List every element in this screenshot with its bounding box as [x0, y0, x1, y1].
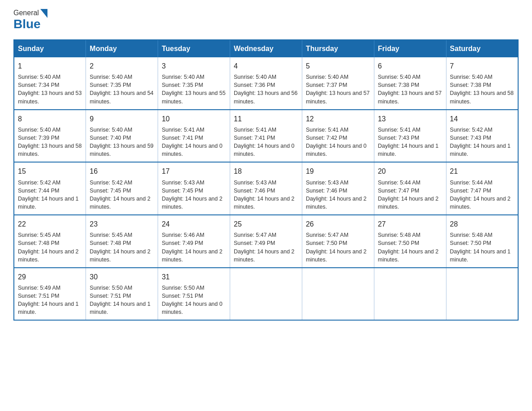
day-info: Sunrise: 5:40 AMSunset: 7:35 PMDaylight:…: [90, 73, 154, 106]
day-number: 8: [18, 114, 82, 124]
day-number: 31: [162, 272, 226, 282]
day-info: Sunrise: 5:43 AMSunset: 7:46 PMDaylight:…: [234, 179, 298, 211]
day-header-friday: Friday: [374, 40, 446, 57]
calendar-cell: 16Sunrise: 5:42 AMSunset: 7:45 PMDayligh…: [86, 162, 158, 215]
calendar-cell: [446, 268, 518, 321]
calendar-week-row: 22Sunrise: 5:45 AMSunset: 7:48 PMDayligh…: [14, 215, 518, 268]
calendar-cell: 26Sunrise: 5:47 AMSunset: 7:50 PMDayligh…: [302, 215, 374, 268]
calendar-body: 1Sunrise: 5:40 AMSunset: 7:34 PMDaylight…: [14, 57, 518, 320]
day-number: 26: [306, 219, 370, 229]
day-number: 10: [162, 114, 226, 124]
day-info: Sunrise: 5:40 AMSunset: 7:35 PMDaylight:…: [162, 73, 226, 106]
svg-marker-0: [40, 9, 47, 18]
calendar-cell: 28Sunrise: 5:48 AMSunset: 7:50 PMDayligh…: [446, 215, 518, 268]
day-info: Sunrise: 5:41 AMSunset: 7:41 PMDaylight:…: [162, 126, 226, 158]
day-info: Sunrise: 5:40 AMSunset: 7:37 PMDaylight:…: [306, 73, 370, 106]
calendar-cell: 5Sunrise: 5:40 AMSunset: 7:37 PMDaylight…: [302, 57, 374, 110]
day-number: 5: [306, 61, 370, 71]
day-info: Sunrise: 5:48 AMSunset: 7:50 PMDaylight:…: [378, 231, 442, 264]
logo-blue-text: Blue: [13, 17, 41, 31]
calendar-cell: 13Sunrise: 5:41 AMSunset: 7:43 PMDayligh…: [374, 110, 446, 163]
calendar-week-row: 15Sunrise: 5:42 AMSunset: 7:44 PMDayligh…: [14, 162, 518, 215]
day-info: Sunrise: 5:41 AMSunset: 7:42 PMDaylight:…: [306, 126, 370, 158]
day-number: 3: [162, 61, 226, 71]
day-number: 19: [306, 166, 370, 176]
day-info: Sunrise: 5:48 AMSunset: 7:50 PMDaylight:…: [450, 231, 514, 264]
day-info: Sunrise: 5:45 AMSunset: 7:48 PMDaylight:…: [90, 231, 154, 264]
day-info: Sunrise: 5:40 AMSunset: 7:34 PMDaylight:…: [18, 73, 82, 106]
logo: General Blue: [13, 9, 47, 31]
day-info: Sunrise: 5:49 AMSunset: 7:51 PMDaylight:…: [18, 284, 82, 317]
calendar-cell: [230, 268, 302, 321]
day-number: 4: [234, 61, 298, 71]
day-number: 24: [162, 219, 226, 229]
day-info: Sunrise: 5:43 AMSunset: 7:46 PMDaylight:…: [306, 179, 370, 211]
day-header-saturday: Saturday: [446, 40, 518, 57]
day-number: 16: [90, 166, 154, 176]
calendar-cell: 17Sunrise: 5:43 AMSunset: 7:45 PMDayligh…: [158, 162, 230, 215]
day-info: Sunrise: 5:47 AMSunset: 7:49 PMDaylight:…: [234, 231, 298, 264]
calendar-cell: 9Sunrise: 5:40 AMSunset: 7:40 PMDaylight…: [86, 110, 158, 163]
day-info: Sunrise: 5:42 AMSunset: 7:44 PMDaylight:…: [18, 179, 82, 211]
calendar-cell: 23Sunrise: 5:45 AMSunset: 7:48 PMDayligh…: [86, 215, 158, 268]
day-number: 17: [162, 166, 226, 176]
day-info: Sunrise: 5:41 AMSunset: 7:43 PMDaylight:…: [378, 126, 442, 158]
day-info: Sunrise: 5:42 AMSunset: 7:45 PMDaylight:…: [90, 179, 154, 211]
day-number: 12: [306, 114, 370, 124]
calendar-cell: 2Sunrise: 5:40 AMSunset: 7:35 PMDaylight…: [86, 57, 158, 110]
day-number: 25: [234, 219, 298, 229]
day-info: Sunrise: 5:47 AMSunset: 7:50 PMDaylight:…: [306, 231, 370, 264]
calendar-cell: [374, 268, 446, 321]
day-info: Sunrise: 5:50 AMSunset: 7:51 PMDaylight:…: [90, 284, 154, 317]
page-header: General Blue: [13, 9, 519, 31]
calendar-cell: 31Sunrise: 5:50 AMSunset: 7:51 PMDayligh…: [158, 268, 230, 321]
calendar-week-row: 1Sunrise: 5:40 AMSunset: 7:34 PMDaylight…: [14, 57, 518, 110]
calendar-cell: 14Sunrise: 5:42 AMSunset: 7:43 PMDayligh…: [446, 110, 518, 163]
calendar-cell: [302, 268, 374, 321]
calendar-cell: 29Sunrise: 5:49 AMSunset: 7:51 PMDayligh…: [14, 268, 86, 321]
day-number: 22: [18, 219, 82, 229]
logo-general-text: General: [13, 9, 39, 17]
calendar-cell: 12Sunrise: 5:41 AMSunset: 7:42 PMDayligh…: [302, 110, 374, 163]
calendar-cell: 8Sunrise: 5:40 AMSunset: 7:39 PMDaylight…: [14, 110, 86, 163]
day-info: Sunrise: 5:45 AMSunset: 7:48 PMDaylight:…: [18, 231, 82, 264]
calendar-week-row: 8Sunrise: 5:40 AMSunset: 7:39 PMDaylight…: [14, 110, 518, 163]
calendar-cell: 18Sunrise: 5:43 AMSunset: 7:46 PMDayligh…: [230, 162, 302, 215]
calendar-cell: 25Sunrise: 5:47 AMSunset: 7:49 PMDayligh…: [230, 215, 302, 268]
calendar-cell: 3Sunrise: 5:40 AMSunset: 7:35 PMDaylight…: [158, 57, 230, 110]
calendar-cell: 24Sunrise: 5:46 AMSunset: 7:49 PMDayligh…: [158, 215, 230, 268]
day-number: 30: [90, 272, 154, 282]
calendar-cell: 6Sunrise: 5:40 AMSunset: 7:38 PMDaylight…: [374, 57, 446, 110]
day-number: 28: [450, 219, 514, 229]
day-header-row: SundayMondayTuesdayWednesdayThursdayFrid…: [14, 40, 518, 57]
calendar-cell: 11Sunrise: 5:41 AMSunset: 7:41 PMDayligh…: [230, 110, 302, 163]
day-number: 11: [234, 114, 298, 124]
day-info: Sunrise: 5:40 AMSunset: 7:39 PMDaylight:…: [18, 126, 82, 158]
day-info: Sunrise: 5:43 AMSunset: 7:45 PMDaylight:…: [162, 179, 226, 211]
calendar-cell: 4Sunrise: 5:40 AMSunset: 7:36 PMDaylight…: [230, 57, 302, 110]
day-number: 6: [378, 61, 442, 71]
day-number: 29: [18, 272, 82, 282]
day-number: 27: [378, 219, 442, 229]
day-header-sunday: Sunday: [14, 40, 86, 57]
day-number: 18: [234, 166, 298, 176]
calendar-header: SundayMondayTuesdayWednesdayThursdayFrid…: [14, 40, 518, 57]
day-number: 14: [450, 114, 514, 124]
day-info: Sunrise: 5:46 AMSunset: 7:49 PMDaylight:…: [162, 231, 226, 264]
calendar-cell: 20Sunrise: 5:44 AMSunset: 7:47 PMDayligh…: [374, 162, 446, 215]
day-number: 7: [450, 61, 514, 71]
day-info: Sunrise: 5:50 AMSunset: 7:51 PMDaylight:…: [162, 284, 226, 317]
day-number: 2: [90, 61, 154, 71]
day-number: 15: [18, 166, 82, 176]
day-number: 20: [378, 166, 442, 176]
calendar-week-row: 29Sunrise: 5:49 AMSunset: 7:51 PMDayligh…: [14, 268, 518, 321]
day-header-wednesday: Wednesday: [230, 40, 302, 57]
day-info: Sunrise: 5:44 AMSunset: 7:47 PMDaylight:…: [378, 179, 442, 211]
day-info: Sunrise: 5:40 AMSunset: 7:36 PMDaylight:…: [234, 73, 298, 106]
calendar-cell: 15Sunrise: 5:42 AMSunset: 7:44 PMDayligh…: [14, 162, 86, 215]
day-info: Sunrise: 5:41 AMSunset: 7:41 PMDaylight:…: [234, 126, 298, 158]
calendar-cell: 22Sunrise: 5:45 AMSunset: 7:48 PMDayligh…: [14, 215, 86, 268]
calendar-cell: 19Sunrise: 5:43 AMSunset: 7:46 PMDayligh…: [302, 162, 374, 215]
calendar-cell: 21Sunrise: 5:44 AMSunset: 7:47 PMDayligh…: [446, 162, 518, 215]
calendar-table: SundayMondayTuesdayWednesdayThursdayFrid…: [13, 39, 519, 321]
